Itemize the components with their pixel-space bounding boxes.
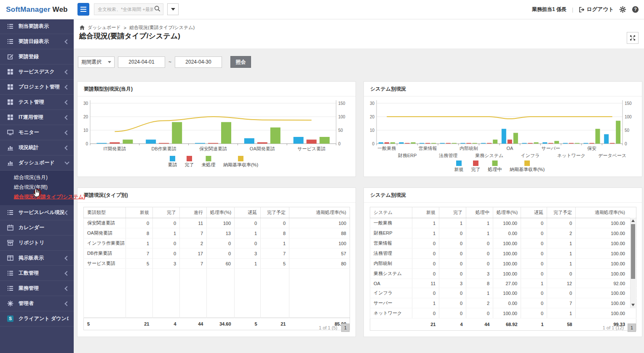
sidebar-item[interactable]: IT運用管理 [0,110,74,125]
table-row[interactable]: OA開発要請817131888 [84,228,350,238]
sidebar-item[interactable]: サービスデスク [0,64,74,80]
sidebar-item[interactable]: カレンダー [0,220,74,235]
user-name[interactable]: 業務担当1 係長 [532,6,567,13]
sidebar-item[interactable]: テスト管理 [0,95,74,110]
sidebar-item[interactable]: 要請登録 [0,49,74,64]
sidebar-item[interactable]: サービスレベル現況 [0,205,74,220]
column-header[interactable]: 完了予定 [261,207,289,218]
column-header[interactable]: 完了予定 [547,207,576,218]
svg-text:完了: 完了 [185,162,194,167]
period-select[interactable]: 期間選択 [78,56,115,68]
cell: 0.00 [493,228,521,238]
sidebar-item[interactable]: 工数管理 [0,266,74,281]
sidebar-item[interactable]: 掲示板表示 [0,251,74,266]
column-header[interactable]: 適期処理率(%) [576,207,636,218]
table-row[interactable]: OA113827.0011292.00 [370,279,636,288]
scrollbar-thumb[interactable] [631,224,635,279]
chevron-left-icon [64,271,69,275]
column-header[interactable]: 処理中 [466,207,493,218]
sidebar-subitem[interactable]: 総合現況(当月) [0,173,74,182]
table-row[interactable]: 内部統制000100.0001100.00 [370,259,636,269]
date-to-input[interactable] [175,56,222,68]
svg-text:財務ERP: 財務ERP [398,153,417,158]
edit-icon [7,53,13,60]
totals-row: 2144468.9215899.33 [370,318,636,331]
table-row[interactable]: DB作業要請701703757 [84,249,350,259]
column-header[interactable]: 新規 [126,207,153,218]
column-header[interactable]: 完了 [439,207,466,218]
column-header[interactable]: 遅延 [521,207,547,218]
column-header[interactable]: 遅延 [235,207,261,218]
home-icon[interactable] [80,25,85,30]
search-input[interactable] [94,7,154,12]
help-icon[interactable]: ? [632,6,639,13]
column-header[interactable]: 新規 [412,207,439,218]
column-header[interactable]: 要請類型 [84,207,126,218]
svg-text:一般業務: 一般業務 [377,146,396,151]
column-header[interactable]: システム [370,207,412,218]
sidebar-item[interactable]: 割当要請表示 [0,19,74,34]
cell: 7 [180,259,207,269]
table-row[interactable]: 法務管理000100.0001100.00 [370,249,636,259]
cell: 3 [235,249,261,259]
table-row[interactable]: インフラ作業要請102001100 [84,238,350,249]
date-range-tilde: ~ [168,59,171,65]
table-row[interactable]: サーバー1020.0007100.00 [370,298,636,308]
table-row[interactable]: 財務ERP1010.0002100.00 [370,228,636,238]
breadcrumb-root[interactable]: ダッシュボード [88,24,121,31]
sidebar-item-label: サービスレベル現況 [19,209,65,216]
table-row[interactable]: サービス要請537601580 [84,259,350,269]
cell: 0 [466,249,493,259]
cell: 0 [412,288,439,298]
sidebar-subitem[interactable]: 総合現況(年間) [0,182,74,192]
sidebar-item[interactable]: リポジトリ [0,235,74,251]
svg-text:150: 150 [338,101,345,106]
table-row[interactable]: 業務システム003100.0000100.00 [370,269,636,279]
svg-text:?: ? [634,7,636,12]
search-options-button[interactable] [167,3,179,15]
cell: 保安関連要請 [84,218,126,228]
date-from-input[interactable] [118,56,165,68]
search-icon[interactable] [154,5,160,13]
sidebar-item[interactable]: ダッシュボード [0,155,74,171]
table-row[interactable]: 営業情報000100.0001100.00 [370,238,636,249]
sidebar-item[interactable]: プロジェクト管理 [0,80,74,95]
cell: 100.00 [576,259,636,269]
page-button[interactable]: 1 [628,324,636,332]
cell: 業務システム [370,269,412,279]
sidebar-item[interactable]: 管理者 [0,296,74,311]
query-submit-button[interactable]: 照会 [230,56,251,68]
sidebar-item-label: テスト管理 [19,99,65,106]
sidebar-subitem-active[interactable]: 総合現況(要請タイプ/システム) [0,192,74,202]
column-header[interactable]: 進行 [180,207,207,218]
fullscreen-toggle-button[interactable] [627,32,639,44]
menu-toggle-button[interactable] [77,3,89,16]
sidebar-item[interactable]: 業務管理 [0,281,74,296]
page-button[interactable]: 1 [341,324,350,332]
sidebar-item[interactable]: Sクライアント ダウンロード [0,311,74,326]
svg-text:0: 0 [625,142,627,146]
table-scrollbar[interactable] [630,218,636,308]
table-row[interactable]: インフラ001100.0000100.00 [370,288,636,298]
cell: 13 [207,228,235,238]
table-row[interactable]: ネットワーク000100.0001100.00 [370,308,636,318]
svg-text:納期基準収率(%): 納期基準収率(%) [223,162,258,167]
cell: 12 [547,279,576,288]
sidebar-item[interactable]: 要請目録表示 [0,34,74,49]
svg-text:法務管理: 法務管理 [438,153,457,158]
cell: 内部統制 [370,259,412,269]
column-header[interactable]: 処理率(%) [207,207,235,218]
column-header[interactable]: 処理率(%) [493,207,521,218]
svg-text:OA: OA [506,146,513,151]
logout-button[interactable]: ログアウト [579,6,614,13]
settings-gear-icon[interactable] [619,6,626,13]
table-row[interactable]: 一般業務111100.0000100.00 [370,218,636,228]
cell: 1 [466,228,493,238]
sidebar-item[interactable]: モニター [0,125,74,140]
scroll-down-icon[interactable] [631,304,635,306]
sidebar-item[interactable]: 現況統計 [0,140,74,155]
column-header[interactable]: 完了 [153,207,180,218]
table-row[interactable]: 保安関連要請001110000100 [84,218,350,228]
column-header[interactable]: 適期処理率(%) [289,207,350,218]
scroll-up-icon[interactable] [631,219,635,222]
